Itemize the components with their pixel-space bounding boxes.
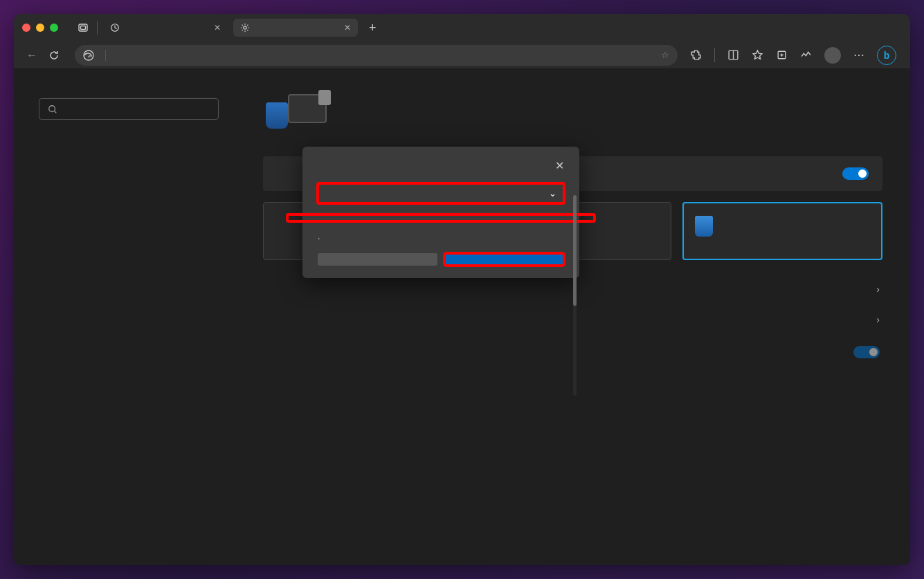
tab-overview-button[interactable]	[75, 19, 91, 36]
dialog-scrollbar[interactable]	[573, 195, 577, 396]
tab-close-button[interactable]: ✕	[344, 23, 351, 33]
inprivate-toggle[interactable]	[853, 346, 880, 358]
profile-avatar[interactable]	[824, 47, 841, 64]
tab-settings[interactable]: ✕	[233, 19, 358, 37]
highlighted-checks	[287, 214, 595, 221]
svg-rect-1	[81, 26, 86, 30]
maximize-window-button[interactable]	[50, 24, 58, 32]
new-tab-button[interactable]: +	[363, 21, 382, 35]
browser-window: ✕ ✕ + ← ☆	[14, 14, 910, 565]
favorites-icon[interactable]	[752, 49, 763, 61]
hero-illustration	[263, 89, 332, 137]
chevron-right-icon: ›	[876, 314, 880, 325]
collections-icon[interactable]	[776, 49, 788, 61]
chevron-right-icon: ›	[876, 284, 880, 295]
close-window-button[interactable]	[22, 24, 30, 32]
clear-now-button[interactable]	[444, 253, 564, 266]
svg-point-3	[244, 26, 246, 29]
refresh-button[interactable]	[48, 50, 68, 61]
settings-sidebar	[14, 69, 235, 565]
dialog-close-button[interactable]: ✕	[555, 159, 564, 172]
titlebar: ✕ ✕ +	[14, 14, 910, 42]
search-settings-box[interactable]	[39, 98, 219, 120]
chevron-down-icon: ⌄	[549, 188, 556, 199]
readmode-icon[interactable]	[727, 49, 739, 61]
extensions-icon[interactable]	[690, 49, 702, 61]
performance-icon[interactable]	[800, 49, 812, 61]
bing-chat-button[interactable]: b	[877, 46, 896, 65]
search-icon	[48, 104, 57, 114]
traffic-lights	[22, 24, 58, 32]
back-button[interactable]: ←	[22, 49, 42, 62]
edge-logo-icon	[83, 50, 94, 61]
shield-icon	[695, 216, 713, 237]
tab-close-button[interactable]: ✕	[214, 23, 221, 33]
menu-button[interactable]: ⋯	[853, 48, 864, 62]
privacy-hero	[263, 89, 882, 137]
gear-icon	[240, 23, 250, 33]
svg-point-10	[49, 105, 55, 111]
cancel-button[interactable]	[318, 253, 437, 266]
divider	[714, 48, 715, 62]
address-bar[interactable]: ☆	[75, 45, 678, 66]
toolbar-actions: ⋯ b	[685, 46, 902, 65]
history-icon	[110, 23, 120, 33]
site-identity[interactable]	[83, 50, 106, 61]
clear-browsing-data-dialog: ✕ ⌄ .	[302, 147, 579, 278]
dialog-note: .	[302, 221, 579, 253]
time-range-select[interactable]: ⌄	[318, 183, 564, 203]
toolbar: ← ☆ ⋯ b	[14, 42, 910, 69]
favorite-button[interactable]: ☆	[661, 50, 669, 60]
tracking-toggle[interactable]	[842, 167, 869, 180]
tab-history[interactable]: ✕	[103, 19, 228, 37]
content-area: › › ✕ ⌄	[14, 69, 910, 565]
minimize-window-button[interactable]	[36, 24, 44, 32]
card-strict[interactable]	[682, 202, 882, 260]
divider	[97, 21, 98, 35]
search-input[interactable]	[64, 104, 210, 114]
svg-line-11	[55, 111, 57, 113]
svg-point-4	[84, 50, 93, 60]
